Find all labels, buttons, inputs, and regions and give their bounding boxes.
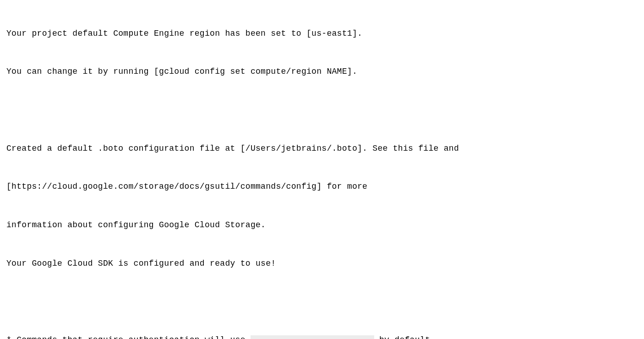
output-line — [6, 295, 638, 308]
redacted-email — [251, 335, 374, 339]
output-line: Your Google Cloud SDK is configured and … — [6, 257, 638, 270]
auth-prefix: * Commands that require authentication w… — [6, 335, 251, 339]
output-line: [https://cloud.google.com/storage/docs/g… — [6, 180, 638, 193]
auth-suffix: by default — [374, 335, 430, 339]
output-line-auth: * Commands that require authentication w… — [6, 334, 638, 339]
output-line: information about configuring Google Clo… — [6, 219, 638, 232]
output-line — [6, 104, 638, 117]
output-line: Your project default Compute Engine regi… — [6, 27, 638, 40]
output-line: Created a default .boto configuration fi… — [6, 142, 638, 155]
terminal-output[interactable]: Your project default Compute Engine regi… — [6, 2, 638, 339]
output-line: You can change it by running [gcloud con… — [6, 66, 638, 78]
